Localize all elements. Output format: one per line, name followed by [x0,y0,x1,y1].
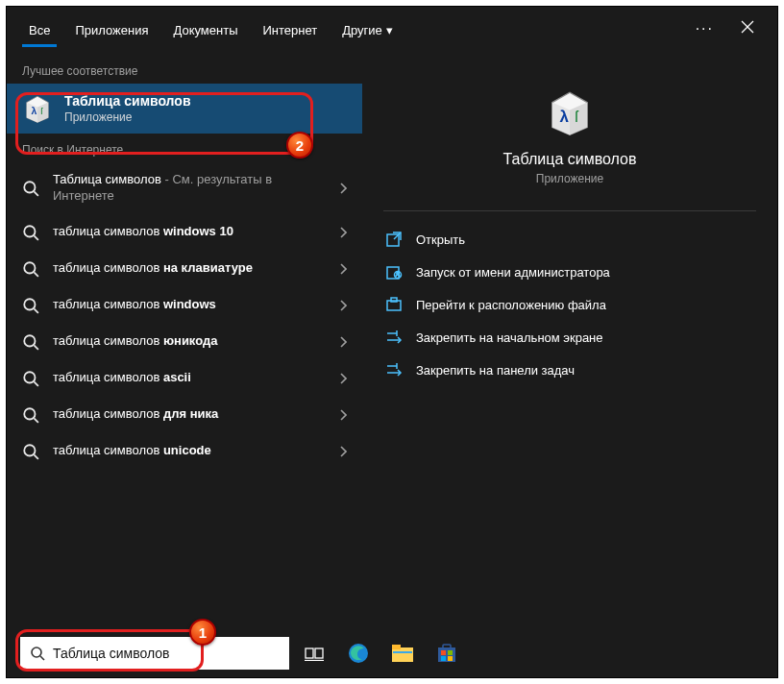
svg-point-9 [24,226,35,236]
suggestion-text: таблица символов ascii [53,370,339,386]
best-match-subtitle: Приложение [64,110,190,124]
suggestion-text: таблица символов unicode [53,443,339,459]
chevron-right-icon [339,183,347,194]
chevron-right-icon [339,263,347,275]
search-suggestion[interactable]: таблица символов windows 10 [7,214,362,251]
svg-point-11 [24,262,35,273]
explorer-button[interactable] [383,637,422,670]
svg-point-17 [24,372,35,382]
chevron-down-icon: ▾ [386,23,393,37]
charmap-icon: λſ [22,93,53,124]
action-label: Закрепить на начальном экране [416,330,603,345]
svg-line-20 [34,418,38,423]
tab-all[interactable]: Все [16,11,62,47]
search-icon [22,443,39,460]
search-icon [22,370,39,387]
suggestion-text: таблица символов для ника [53,406,339,423]
suggestion-text: Таблица символов - См. результаты в Инте… [53,172,339,205]
close-button[interactable] [727,12,768,45]
tab-internet[interactable]: Интернет [250,11,330,47]
suggestion-text: таблица символов windows [53,297,339,313]
svg-line-18 [34,381,38,386]
charmap-icon-large: λſ [545,87,595,137]
svg-rect-50 [438,647,455,662]
search-suggestion[interactable]: таблица символов юникода [7,324,362,360]
tab-other[interactable]: Другие▾ [330,11,405,47]
svg-line-29 [394,232,401,239]
best-match-label: Лучшее соответствие [7,57,362,84]
svg-rect-44 [315,648,323,658]
open-icon [385,231,403,248]
svg-rect-49 [393,651,412,653]
svg-line-12 [34,272,38,277]
preview-action[interactable]: Запуск от имени администратора [383,256,756,288]
search-box[interactable]: Таблица символов [20,637,289,670]
folder-icon [385,296,403,313]
svg-rect-34 [391,298,397,302]
preview-action[interactable]: Открыть [383,223,756,256]
preview-subtitle: Приложение [536,172,603,185]
svg-rect-47 [392,647,413,662]
more-button[interactable]: ··· [682,12,727,45]
action-label: Перейти к расположению файла [416,298,606,312]
search-input[interactable]: Таблица символов [53,646,170,661]
svg-line-22 [34,454,38,459]
svg-line-8 [34,191,38,196]
search-suggestion[interactable]: таблица символов ascii [7,360,362,397]
admin-icon [385,263,403,281]
svg-rect-55 [448,656,453,661]
tab-apps[interactable]: Приложения [62,11,160,47]
preview-pane: λſ Таблица символов Приложение ОткрытьЗа… [362,51,777,625]
search-icon [22,333,39,351]
search-icon [30,646,45,661]
preview-title: Таблица символов [503,151,637,168]
pin-icon [385,329,403,346]
search-suggestion[interactable]: таблица символов unicode [7,433,362,470]
svg-line-16 [34,345,38,350]
action-label: Открыть [416,232,465,247]
tab-documents[interactable]: Документы [160,11,250,47]
svg-rect-52 [441,650,446,655]
svg-line-42 [40,656,44,660]
svg-line-14 [34,308,38,313]
chevron-right-icon [339,300,347,311]
suggestion-text: таблица символов windows 10 [53,224,339,240]
web-search-label: Поиск в Интернете [7,135,362,162]
search-suggestion[interactable]: таблица символов для ника [7,397,362,433]
preview-action[interactable]: Закрепить на панели задач [383,354,756,386]
action-label: Закрепить на панели задач [416,363,575,378]
svg-point-15 [24,335,35,346]
edge-button[interactable] [339,637,378,670]
svg-point-19 [24,408,35,419]
chevron-right-icon [339,409,347,421]
results-pane: Лучшее соответствие λſ Таблица символов … [7,51,362,625]
preview-action[interactable]: Закрепить на начальном экране [383,321,756,354]
svg-text:λ: λ [560,108,570,126]
preview-action[interactable]: Перейти к расположению файла [383,288,756,321]
search-suggestion[interactable]: таблица символов на клавиатуре [7,251,362,287]
chevron-right-icon [339,373,347,384]
store-button[interactable] [428,637,466,670]
svg-point-21 [24,445,35,455]
svg-rect-51 [443,645,451,648]
pin-icon [385,361,403,379]
search-icon [22,297,39,314]
taskbar: Таблица символов [7,629,777,677]
task-view-button[interactable] [295,637,333,670]
search-icon [22,406,39,424]
action-label: Запуск от имени администратора [416,265,610,280]
search-icon [22,180,39,197]
search-icon [22,260,39,278]
search-icon [22,224,39,241]
svg-point-41 [32,647,41,657]
suggestion-text: таблица символов юникода [53,333,339,350]
svg-line-10 [34,235,38,240]
best-match-title: Таблица символов [64,93,190,109]
chevron-right-icon [339,336,347,348]
best-match-item[interactable]: λſ Таблица символов Приложение [7,84,362,134]
search-suggestion[interactable]: таблица символов windows [7,287,362,324]
svg-point-13 [24,299,35,309]
search-suggestion[interactable]: Таблица символов - См. результаты в Инте… [7,162,362,214]
chevron-right-icon [339,446,347,457]
svg-rect-43 [306,648,313,658]
